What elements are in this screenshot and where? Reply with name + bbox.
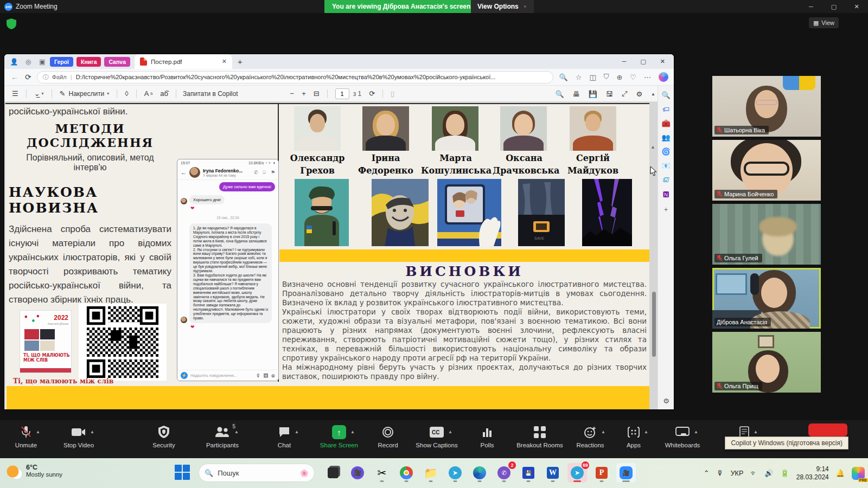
collapse-toolbar-icon[interactable]: ▲ <box>651 92 655 97</box>
language-indicator[interactable]: УКР <box>731 470 744 477</box>
whiteboards-button[interactable]: ▲ Whiteboards <box>653 425 712 448</box>
chevron-up-icon[interactable]: ▲ <box>295 429 299 434</box>
chevron-up-icon[interactable]: ▲ <box>350 429 355 434</box>
end-meeting-button[interactable] <box>808 423 847 436</box>
sidebar-settings-icon[interactable]: ⚙ <box>658 397 674 405</box>
chevron-up-icon[interactable]: ▲ <box>234 429 239 434</box>
scroll-up-arrow[interactable]: ▲ <box>650 144 655 150</box>
chat-input-placeholder[interactable]: Надішліть повідомлення... <box>190 374 253 377</box>
image-icon[interactable]: 🖼 <box>263 373 268 378</box>
profile-icon[interactable]: 👤 <box>10 57 18 66</box>
volume-icon[interactable]: 🔊 <box>764 469 773 477</box>
tray-chevron-icon[interactable]: ⌃ <box>704 469 710 477</box>
telegram-active-icon[interactable]: ➤69 <box>567 463 587 483</box>
split-screen-icon[interactable]: ◫ <box>589 73 596 81</box>
bookmark-tab-book[interactable]: Книга <box>76 57 101 67</box>
video-app-icon[interactable]: 🎥 <box>348 463 367 483</box>
favorites-bar-icon[interactable]: ⛉ <box>604 73 609 81</box>
search-icon[interactable]: 🔍 <box>556 90 564 98</box>
polls-button[interactable]: Polls <box>457 425 517 448</box>
powerpoint-icon[interactable]: P <box>592 463 611 483</box>
workspaces-icon[interactable]: ◎ <box>24 57 33 66</box>
zoom-out-pdf-icon[interactable]: − <box>290 89 295 98</box>
designer-icon[interactable]: 🖅 <box>662 176 669 184</box>
file-explorer-icon[interactable]: 📁 <box>421 463 441 483</box>
outlook-icon[interactable]: 📧 <box>661 162 670 170</box>
chevron-up-icon[interactable]: ▲ <box>448 429 452 434</box>
page-number-input[interactable] <box>335 88 349 99</box>
draw-label[interactable]: Накреслити <box>68 90 104 98</box>
video-call-icon[interactable]: ⌻ <box>263 170 266 176</box>
favorite-star-icon[interactable]: ☆ <box>576 73 582 81</box>
snipping-tool-icon[interactable]: ✂ <box>372 463 392 483</box>
participant-tile[interactable]: Марина Бойченко <box>712 140 821 201</box>
tray-mic-icon[interactable]: 🎙 <box>717 469 724 477</box>
browser-maximize-button[interactable]: ▢ <box>640 58 646 65</box>
flag-icon[interactable]: ⚑ <box>271 170 275 176</box>
shopping-icon[interactable]: 🏷 <box>662 105 669 113</box>
fit-width-icon[interactable]: ⊟ <box>314 89 320 98</box>
weather-widget[interactable]: 6°C Mostly sunny <box>5 463 62 479</box>
settings-gear-icon[interactable]: ⚙ <box>636 90 642 98</box>
more-menu-icon[interactable]: ⋯ <box>644 73 651 81</box>
word-icon[interactable]: W <box>543 463 563 483</box>
zoom-in-pdf-icon[interactable]: + <box>302 89 306 98</box>
maximize-button[interactable]: ▢ <box>822 0 845 13</box>
messenger-icon[interactable]: ⚡ <box>181 372 188 379</box>
chrome-icon[interactable] <box>397 463 416 483</box>
toolbox-icon[interactable]: 🧰 <box>661 119 670 127</box>
tab-close-icon[interactable]: ✕ <box>222 58 227 65</box>
telegram-icon[interactable]: ➤ <box>445 463 465 483</box>
games-icon[interactable]: 👥 <box>661 133 670 142</box>
add-sidebar-icon[interactable]: ＋ <box>662 204 669 214</box>
chevron-up-icon[interactable]: ▲ <box>36 429 40 434</box>
onenote-icon[interactable]: 🅽 <box>662 190 669 198</box>
clock[interactable]: 9:14 28.03.2024 <box>796 465 829 481</box>
page-view-icon[interactable]: ▯ <box>391 89 394 98</box>
copilot-icon[interactable] <box>659 72 668 82</box>
mic-icon[interactable]: 🎙 <box>256 373 260 378</box>
chevron-up-icon[interactable]: ▲ <box>90 429 94 434</box>
close-button[interactable]: ✕ <box>845 0 868 13</box>
save-icon[interactable]: 💾 <box>589 90 597 98</box>
text-icon[interactable]: Ab <box>144 89 153 98</box>
eraser-icon[interactable]: ◊ <box>125 89 128 98</box>
edge-icon[interactable] <box>470 463 489 483</box>
sidebar-search-icon[interactable]: 🔍 <box>661 91 670 99</box>
participants-button[interactable]: 5▲ Participants <box>193 425 252 448</box>
viber-icon[interactable]: ✆2 <box>494 463 514 483</box>
start-button[interactable] <box>175 465 191 481</box>
wifi-icon[interactable]: ᯤ <box>750 469 757 477</box>
zoom-out-icon[interactable]: 🔍 <box>559 73 567 81</box>
chevron-up-icon[interactable]: ▲ <box>644 429 648 434</box>
collections-icon[interactable]: ⊕ <box>616 73 622 81</box>
browser-essentials-icon[interactable]: ♡ <box>630 73 636 81</box>
task-view-icon[interactable] <box>323 463 343 483</box>
rotate-icon[interactable]: ⟳ <box>369 89 375 98</box>
tab-actions-icon[interactable]: ▣ <box>38 57 47 66</box>
browser-minimize-button[interactable]: ─ <box>622 58 627 65</box>
ask-copilot-button[interactable]: Запитати в Copilot <box>183 90 238 98</box>
security-button[interactable]: Security <box>134 425 194 448</box>
print-icon[interactable]: 🖶 <box>573 90 580 98</box>
save-app-icon[interactable]: 💾 <box>519 463 538 483</box>
url-field[interactable]: ⓘ Файл | D:/Історичне%20краєзнавство/Роз… <box>37 71 554 84</box>
participant-tile-active-speaker[interactable]: Діброва Анастасія <box>712 268 821 329</box>
plus-icon[interactable]: ⊕ <box>271 373 275 378</box>
info-icon[interactable]: ⓘ <box>43 73 49 81</box>
taskbar-search[interactable]: 🔍 Пошук 🌸 <box>199 464 315 482</box>
toc-icon[interactable]: ☰ <box>12 89 18 98</box>
participant-tile[interactable]: Ольга Гулей <box>712 204 821 265</box>
stop-video-button[interactable]: ▲ Stop Video <box>49 425 108 448</box>
copilot-apps-icon[interactable]: 🌀 <box>661 147 670 156</box>
chevron-up-icon[interactable]: ▲ <box>694 429 698 434</box>
call-icon[interactable]: ✆ <box>254 170 258 176</box>
back-arrow-icon[interactable]: ← <box>181 169 187 176</box>
chevron-down-icon[interactable]: ▾ <box>107 91 109 96</box>
browser-close-button[interactable]: ✕ <box>660 58 665 65</box>
bookmark-tab-heroes[interactable]: Герої <box>50 57 73 67</box>
participant-tile[interactable]: Ольга Прищ <box>712 332 821 393</box>
battery-icon[interactable]: 🔋 <box>780 469 789 477</box>
minimize-button[interactable]: ─ <box>800 0 822 13</box>
bookmark-tab-canva[interactable]: Canva <box>104 57 130 67</box>
